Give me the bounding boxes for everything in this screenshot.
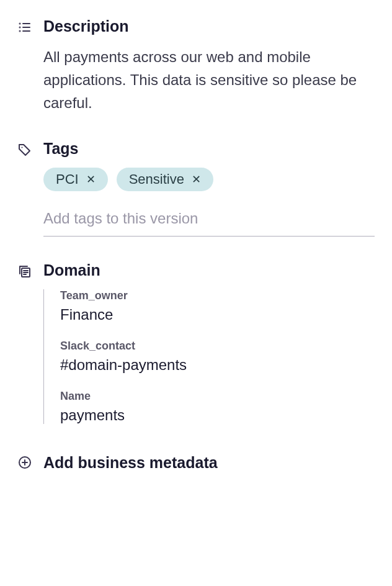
svg-point-4 <box>20 31 20 32</box>
description-section: Description All payments across our web … <box>17 17 375 115</box>
tag-chip-label: Sensitive <box>129 171 184 187</box>
tag-remove-icon[interactable]: ✕ <box>86 174 96 185</box>
add-metadata-button[interactable]: Add business metadata <box>17 454 375 472</box>
domain-value: #domain-payments <box>60 356 375 374</box>
description-text: All payments across our web and mobile a… <box>43 45 375 115</box>
domain-item: Name payments <box>60 390 375 424</box>
tags-body: Tags PCI ✕ Sensitive ✕ <box>43 140 375 237</box>
domain-key: Slack_contact <box>60 340 375 353</box>
domain-list: Team_owner Finance Slack_contact #domain… <box>43 289 375 424</box>
tags-title: Tags <box>43 140 375 158</box>
domain-value: payments <box>60 407 375 424</box>
domain-body: Domain Team_owner Finance Slack_contact … <box>43 261 375 429</box>
domain-key: Team_owner <box>60 289 375 302</box>
tag-chip[interactable]: Sensitive ✕ <box>117 168 213 191</box>
tag-chips: PCI ✕ Sensitive ✕ <box>43 168 375 191</box>
description-body: Description All payments across our web … <box>43 17 375 115</box>
domain-section: Domain Team_owner Finance Slack_contact … <box>17 261 375 429</box>
tag-remove-icon[interactable]: ✕ <box>192 174 201 185</box>
domain-item: Slack_contact #domain-payments <box>60 340 375 374</box>
domain-item: Team_owner Finance <box>60 289 375 323</box>
svg-point-6 <box>22 146 23 148</box>
add-metadata-label: Add business metadata <box>43 454 218 472</box>
copy-icon <box>17 264 32 279</box>
tag-input[interactable] <box>43 205 375 237</box>
domain-value: Finance <box>60 306 375 323</box>
list-icon <box>17 20 32 35</box>
svg-point-2 <box>20 27 20 28</box>
tag-icon <box>17 142 32 157</box>
domain-title: Domain <box>43 261 375 279</box>
domain-key: Name <box>60 390 375 403</box>
tag-chip-label: PCI <box>56 171 79 187</box>
tag-chip[interactable]: PCI ✕ <box>43 168 108 191</box>
description-title: Description <box>43 17 375 35</box>
plus-circle-icon <box>17 455 32 470</box>
tags-section: Tags PCI ✕ Sensitive ✕ <box>17 140 375 237</box>
svg-point-0 <box>20 24 20 24</box>
